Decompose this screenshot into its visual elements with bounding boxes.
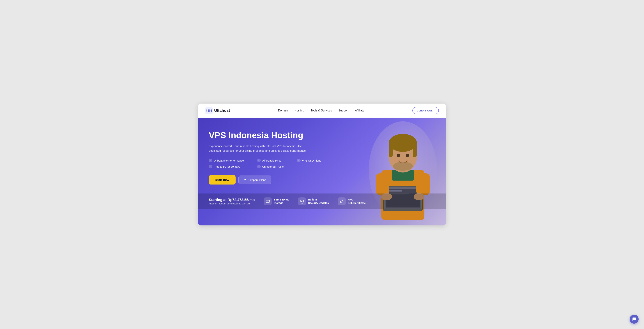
button-group: Start now ⇄ Compare Plans xyxy=(209,175,331,185)
hero-description: Experience powerful and reliable hosting… xyxy=(209,144,313,153)
compare-label: Compare Plans xyxy=(248,178,266,181)
nav-link-tools[interactable]: Tools & Services xyxy=(311,109,332,112)
svg-text:UH: UH xyxy=(206,109,212,113)
client-area-button[interactable]: CLIENT AREA xyxy=(412,107,439,114)
svg-point-10 xyxy=(397,154,400,157)
nav-item-domain[interactable]: Domain xyxy=(278,109,288,112)
svg-text:SSL: SSL xyxy=(341,202,342,203)
logo-icon: UH xyxy=(205,107,213,114)
hero-content: VPS Indonesia Hosting Experience powerfu… xyxy=(209,130,331,194)
feature-free-trial: ✓ Free to try for 30 days xyxy=(209,165,254,168)
nav-link-support[interactable]: Support xyxy=(338,109,348,112)
logo-text: Ultahost xyxy=(214,108,230,113)
navbar: UH Ultahost Domain Hosting Tools & Servi… xyxy=(198,104,446,118)
start-now-button[interactable]: Start now xyxy=(209,175,236,185)
nav-link-hosting[interactable]: Hosting xyxy=(294,109,304,112)
feature-label-5: Unmetered Traffic xyxy=(262,165,284,168)
chat-icon xyxy=(632,317,636,321)
check-icon-5: ✓ xyxy=(257,165,261,168)
feature-unbeatable-performance: ✓ Unbeatable Performance xyxy=(209,159,254,162)
svg-rect-25 xyxy=(266,201,269,201)
feature-vps-ssd-plans: ✓ VPS SSD Plans xyxy=(297,159,331,162)
feature-label-1: Unbeatable Performance xyxy=(214,159,244,162)
price-sub: Ideal for medium businesses to start wit… xyxy=(209,202,255,205)
hero-section: VPS Indonesia Hosting Experience powerfu… xyxy=(198,118,446,225)
chat-bubble[interactable] xyxy=(630,315,638,324)
svg-point-11 xyxy=(406,154,409,157)
nav-item-support[interactable]: Support xyxy=(338,109,348,112)
price-main: Starting at Rp72,473.55/mo xyxy=(209,198,255,202)
features-grid: ✓ Unbeatable Performance ✓ Affordable Pr… xyxy=(209,159,331,168)
svg-rect-21 xyxy=(416,173,430,195)
svg-rect-24 xyxy=(266,200,270,202)
check-icon-3: ✓ xyxy=(297,159,300,162)
price-info: Starting at Rp72,473.55/mo Ideal for med… xyxy=(209,198,255,205)
check-icon-2: ✓ xyxy=(257,159,261,162)
nav-link-affiliate[interactable]: Affiliate xyxy=(355,109,364,112)
svg-rect-20 xyxy=(376,173,390,195)
feature-unmetered-traffic: ✓ Unmetered Traffic xyxy=(257,165,293,168)
feature-label-3: VPS SSD Plans xyxy=(302,159,321,162)
badge-security-updates: Built-inSecurity Updates xyxy=(298,197,329,205)
check-icon-1: ✓ xyxy=(209,159,212,162)
nav-item-hosting[interactable]: Hosting xyxy=(294,109,304,112)
hero-bottom-bar: Starting at Rp72,473.55/mo Ideal for med… xyxy=(198,194,446,209)
nav-links: Domain Hosting Tools & Services Support … xyxy=(278,109,364,112)
nav-item-affiliate[interactable]: Affiliate xyxy=(355,109,364,112)
ssd-storage-text: SSD & NVMeStorage xyxy=(274,198,289,205)
svg-rect-17 xyxy=(388,190,402,192)
ssl-text: FreeSSL Certificate xyxy=(348,198,366,205)
feature-label-2: Affordable Price xyxy=(262,159,281,162)
badge-ssl-certificate: SSL FreeSSL Certificate xyxy=(338,197,366,205)
svg-point-12 xyxy=(393,162,413,171)
browser-window: UH Ultahost Domain Hosting Tools & Servi… xyxy=(198,104,446,225)
nav-link-domain[interactable]: Domain xyxy=(278,109,288,112)
feature-label-4: Free to try for 30 days xyxy=(214,165,240,168)
security-icon xyxy=(298,197,306,205)
security-text: Built-inSecurity Updates xyxy=(308,198,329,205)
feature-affordable-price: ✓ Affordable Price xyxy=(257,159,293,162)
svg-rect-26 xyxy=(266,202,268,202)
ssl-icon: SSL xyxy=(338,197,346,205)
svg-rect-8 xyxy=(413,143,417,157)
svg-rect-7 xyxy=(389,143,392,157)
ssd-storage-icon xyxy=(264,197,272,205)
compare-icon: ⇄ xyxy=(244,178,246,181)
check-icon-4: ✓ xyxy=(209,165,212,168)
svg-point-9 xyxy=(394,134,412,144)
nav-item-tools[interactable]: Tools & Services xyxy=(311,109,332,112)
logo[interactable]: UH Ultahost xyxy=(205,107,230,114)
hero-title: VPS Indonesia Hosting xyxy=(209,130,331,140)
badge-ssd-storage: SSD & NVMeStorage xyxy=(264,197,289,205)
compare-plans-button[interactable]: ⇄ Compare Plans xyxy=(238,176,271,184)
